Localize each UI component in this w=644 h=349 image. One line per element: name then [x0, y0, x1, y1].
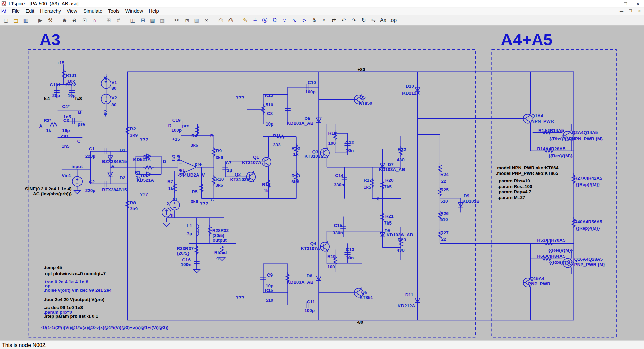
schematic-label[interactable]: NPN_PWR [531, 119, 554, 123]
schematic-label[interactable]: 100n [181, 262, 191, 267]
schematic-label[interactable]: {{Res}/{M}} [549, 248, 573, 252]
schematic-label[interactable]: C [211, 198, 214, 202]
schematic-label[interactable]: C1 [89, 147, 95, 151]
find-button[interactable]: ∞ [202, 15, 211, 25]
transistor-symbol[interactable] [323, 243, 327, 246]
schematic-label[interactable]: R26 [440, 211, 449, 216]
schematic-label[interactable]: R14 [262, 182, 270, 187]
text-button[interactable]: Aa [378, 15, 388, 25]
paste-button[interactable]: ▨ [192, 15, 201, 25]
schematic-label[interactable]: R66A4R84A5 [537, 254, 565, 258]
schematic-label[interactable]: {20/5} [177, 251, 189, 255]
close-button[interactable]: ✕ [632, 0, 644, 7]
schematic-label[interactable]: R17 [364, 178, 372, 182]
schematic-label[interactable]: C5* [61, 135, 68, 139]
schematic-label[interactable]: KD103A_AB [379, 167, 405, 172]
schematic-label[interactable]: R18 [328, 131, 336, 135]
schematic-label[interactable]: R13 [291, 173, 300, 178]
schematic-label[interactable]: C19 [172, 118, 181, 122]
schematic-label[interactable]: D [163, 159, 166, 164]
schematic-label[interactable]: 16p [62, 128, 70, 133]
schematic-label[interactable]: R21 [385, 214, 394, 218]
schematic-label[interactable]: C2 [89, 180, 95, 184]
snap-toggle-button[interactable]: # [113, 15, 123, 25]
schematic-label[interactable]: output [213, 238, 227, 242]
transistor-symbol[interactable] [323, 247, 327, 250]
transistor-symbol[interactable] [265, 163, 269, 165]
schematic-label[interactable]: B [210, 134, 214, 138]
tile-horizontally-button[interactable]: ⊟ [138, 15, 148, 25]
schematic-label[interactable]: KD103A_AB [386, 233, 413, 237]
schematic-label[interactable]: .temp 45 [44, 265, 62, 270]
schematic-label[interactable]: C14 [335, 173, 343, 178]
schematic-label[interactable]: R27A4R42A5 [574, 176, 602, 180]
schematic-label[interactable]: 3k6 [215, 183, 223, 187]
save-button[interactable]: ▥ [21, 15, 31, 25]
capacitor-button[interactable]: ≎ [280, 15, 289, 25]
schematic-label[interactable]: C9 [267, 273, 273, 277]
schematic-label[interactable]: -80 [357, 320, 363, 325]
schematic-label[interactable]: C12 [345, 140, 354, 145]
schematic-label[interactable]: Ii [171, 214, 174, 218]
schematic-label[interactable]: 6k8 [291, 180, 299, 184]
schematic-label[interactable]: KD212A [398, 304, 415, 308]
schematic-label[interactable]: 1k [168, 186, 173, 191]
schematic-label[interactable]: KT851 [360, 295, 373, 300]
schematic-label[interactable]: Vin1 [62, 173, 71, 178]
schematic-label[interactable]: 1n5 [62, 144, 69, 148]
schematic-label[interactable]: 80 [111, 103, 116, 107]
schematic-label[interactable]: D1 [120, 148, 125, 152]
schematic-label[interactable]: KT3107A [301, 246, 320, 251]
transistor-symbol[interactable] [249, 178, 253, 180]
schematic-label[interactable]: KT3102E [230, 177, 250, 182]
schematic-label[interactable]: KD521A [133, 157, 151, 162]
schematic-label[interactable]: 544UD2A_V [179, 172, 205, 177]
schematic-label[interactable]: C102 [65, 83, 76, 87]
schematic-label[interactable]: R25 [440, 188, 449, 192]
schematic-label[interactable]: D2 [120, 176, 125, 180]
inductor-symbol[interactable] [197, 225, 199, 236]
ground-symbol[interactable] [193, 270, 200, 273]
schematic-label[interactable]: 430 [397, 248, 405, 252]
schematic-label[interactable]: Vi [173, 197, 177, 201]
transistor-symbol[interactable] [265, 159, 269, 161]
transistor-symbol[interactable] [249, 173, 253, 176]
schematic-label[interactable]: 100 [328, 141, 336, 145]
schematic-label[interactable]: B [78, 110, 82, 114]
spice-directive-button[interactable]: .op [388, 15, 398, 25]
schematic-label[interactable]: KT3102E [304, 154, 323, 158]
schematic-label[interactable]: .param Rep=4.7 [498, 190, 531, 194]
schematic-label[interactable]: 430 [397, 158, 405, 162]
schematic-label[interactable]: .noise v(out) Vin dec 99 2e1 2e4 [44, 288, 112, 292]
schematic-label[interactable]: D7 [388, 162, 393, 167]
schematic-label[interactable]: 333 [273, 143, 281, 147]
undo-button[interactable]: ↶ [339, 15, 348, 25]
schematic-label[interactable]: KD105B [462, 199, 480, 203]
schematic-label[interactable]: 1k [293, 152, 298, 156]
move-button[interactable]: ⌖ [319, 15, 329, 25]
schematic-label[interactable]: R101 [66, 73, 76, 78]
transistor-symbol[interactable] [566, 132, 570, 135]
schematic-label[interactable]: D10 [406, 84, 414, 88]
schematic-label[interactable]: Q15A4 [530, 276, 544, 281]
transistor-symbol[interactable] [357, 289, 361, 292]
schematic-label[interactable]: 220µ [85, 154, 95, 158]
cut-button[interactable]: ✂ [172, 15, 181, 25]
schematic-label[interactable]: R3* [44, 118, 51, 123]
drag-button[interactable]: ⇄ [329, 15, 339, 25]
schematic-label[interactable]: BZX384B15 [102, 159, 127, 164]
control-panel-button[interactable]: ⚒ [45, 15, 55, 25]
schematic-label[interactable]: .model PNP_PWR ako:KT865 [496, 171, 558, 176]
copy-button[interactable]: ⧉ [182, 15, 192, 25]
schematic-label[interactable]: R23 [398, 238, 406, 242]
schematic-label[interactable]: ??? [200, 201, 208, 206]
schematic-label[interactable]: 4 [216, 256, 219, 260]
menu-help[interactable]: Help [146, 7, 162, 15]
schematic-label[interactable]: +15 [57, 61, 64, 65]
schematic-label[interactable]: fc8 [176, 155, 181, 161]
schematic-label[interactable]: 10p [266, 122, 273, 126]
schematic-label[interactable]: Q2A4Q14A5 [572, 130, 598, 135]
schematic-label[interactable]: 1k5 [364, 185, 371, 189]
schematic-label[interactable]: ??? [140, 192, 148, 196]
schematic-label[interactable]: 510 [440, 199, 448, 203]
